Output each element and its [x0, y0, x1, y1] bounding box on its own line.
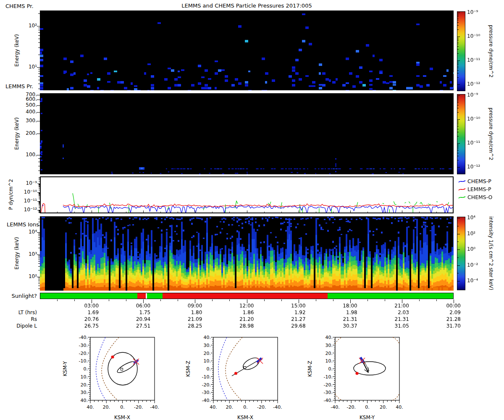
axis-tick — [38, 158, 40, 159]
axis-tick — [126, 299, 126, 301]
sunlight-label: Sunlight? — [3, 293, 37, 299]
axis-tick — [38, 89, 40, 89]
svg-text:-40.: -40. — [202, 398, 211, 403]
row-value: 2.09 — [431, 310, 461, 315]
colorbar-tick-label: 10⁻² — [467, 262, 488, 268]
axis-tick — [457, 273, 459, 273]
axis-tick — [457, 119, 460, 120]
row-value: 21.27 — [276, 316, 306, 322]
lemms-ions-spectrogram — [40, 216, 454, 291]
axis-tick — [457, 101, 459, 101]
svg-text:-20.: -20. — [347, 404, 356, 410]
colorbar-tick-label: 10⁴ — [467, 215, 488, 220]
colorbar-ions-intensity — [457, 217, 465, 290]
axis-tick — [37, 100, 40, 100]
time-label: 00:00 — [431, 303, 461, 309]
axis-tick — [38, 257, 40, 257]
axis-tick — [74, 299, 75, 301]
axis-tick — [39, 211, 40, 212]
axis-tick — [419, 299, 420, 301]
axis-tick — [38, 84, 40, 84]
svg-text:-40.: -40. — [324, 398, 333, 403]
axis-tick — [457, 44, 459, 44]
tick-label: 400. — [15, 109, 37, 115]
red-dot-marker — [111, 355, 114, 358]
svg-text:20.: 20. — [103, 404, 110, 410]
axis-tick — [457, 105, 459, 105]
axis-tick — [457, 16, 459, 17]
saturn-marker — [244, 367, 246, 369]
axis-tick — [39, 177, 40, 178]
time-label: 09:00 — [173, 303, 202, 309]
colorbar-tick-label: 10² — [467, 231, 488, 236]
axis-tick — [457, 281, 460, 281]
colorbar-tick-label: 10⁻¹¹ — [467, 140, 488, 146]
legend-label: CHEMS-O — [467, 194, 492, 200]
axis-tick — [38, 266, 40, 267]
tick-label: 300. — [15, 118, 37, 123]
orbit-plot-xz: 40.30.20.10.0.-10.-20.-30.-40.40.20.0.-2… — [184, 334, 285, 420]
row-value: 2.03 — [380, 310, 409, 315]
axis-tick — [457, 18, 459, 18]
axis-tick — [457, 37, 460, 37]
axis-tick — [38, 284, 40, 284]
svg-text:-20.: -20. — [257, 404, 266, 410]
axis-tick — [38, 286, 40, 286]
axis-tick — [457, 46, 459, 47]
svg-text:-10.: -10. — [202, 374, 211, 380]
axis-tick — [38, 279, 40, 279]
sunlight-segment — [137, 293, 146, 299]
svg-text:40.: 40. — [204, 335, 211, 340]
colorbar-tick-label: 10⁻⁹ — [467, 92, 488, 98]
axis-tick — [39, 186, 40, 186]
svg-text:-40.: -40. — [331, 404, 339, 410]
axis-tick — [457, 265, 460, 266]
axis-tick — [39, 179, 40, 180]
tick-label: 10² — [18, 23, 37, 29]
axis-tick — [39, 202, 40, 202]
axis-tick — [39, 202, 40, 203]
orbit-plot-yz: 40.30.20.10.0.-10.-20.-30.-40.-40.-20.0.… — [306, 334, 407, 420]
colorbar-tick-label: 10⁻¹² — [467, 81, 488, 87]
axis-tick — [457, 70, 459, 71]
legend-label: LEMMS-P — [467, 186, 491, 192]
y-axis-title: KSM-Y — [62, 361, 68, 376]
axis-tick — [457, 73, 459, 74]
axis-tick — [39, 184, 40, 185]
axis-tick — [38, 261, 40, 262]
tick-label: 10¹ — [18, 64, 37, 70]
colorbar-tick-label: 10⁻¹⁰ — [467, 33, 488, 39]
axis-tick — [38, 278, 40, 278]
axis-tick — [38, 55, 40, 55]
axis-tick — [457, 242, 459, 242]
legend-line-icon — [458, 187, 466, 192]
axis-tick — [457, 62, 459, 62]
axis-tick — [38, 80, 40, 80]
pressure-lines-canvas — [40, 176, 454, 213]
saturn-marker — [121, 368, 123, 370]
axis-tick — [37, 95, 40, 95]
axis-tick — [457, 108, 459, 108]
axis-tick — [229, 299, 230, 301]
svg-text:20.: 20. — [326, 351, 333, 356]
row-label: Rs — [3, 316, 37, 322]
row-value: 21.20 — [225, 316, 254, 322]
svg-text:10.: 10. — [81, 374, 88, 380]
axis-tick — [39, 186, 40, 186]
lemms-spectrogram-canvas — [40, 93, 454, 174]
legend-label: CHEMS-P — [467, 178, 491, 184]
colorbar-label-pressure-2: pressure dyne/cm^2 — [488, 108, 494, 160]
axis-tick — [38, 289, 40, 289]
axis-tick — [39, 187, 40, 187]
row-value: 27.51 — [121, 323, 150, 329]
figure-title: LEMMS and CHEMS Particle Pressures 2017:… — [40, 3, 454, 9]
legend-line-icon — [458, 195, 466, 200]
axis-tick — [457, 29, 459, 30]
pressure-axis-label: P dyn/cm^2 — [8, 179, 14, 210]
tick-label: 100. — [15, 152, 37, 158]
axis-tick — [38, 222, 40, 222]
legend-item-chems-o: CHEMS-O — [458, 194, 492, 200]
axis-tick — [457, 136, 459, 136]
axis-tick — [457, 132, 459, 132]
axis-tick — [39, 185, 40, 185]
